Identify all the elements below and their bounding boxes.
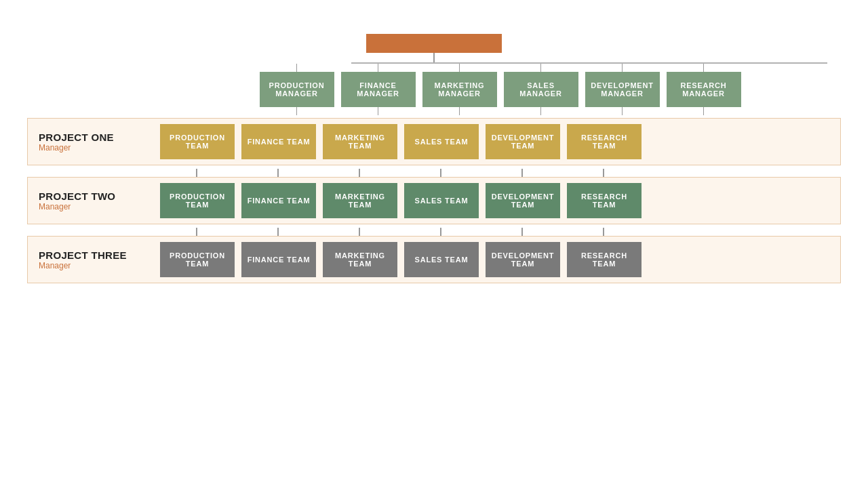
v-proj-4 xyxy=(504,107,578,115)
project-manager-label-1: Manager xyxy=(39,202,71,211)
projects-section: PROJECT ONEManagerPRODUCTION TEAMFINANCE… xyxy=(27,118,841,287)
team-cells-1: PRODUCTION TEAMFINANCE TEAMMARKETING TEA… xyxy=(160,178,840,224)
project-name-1: PROJECT TWO xyxy=(39,190,115,202)
team-box-2-0: PRODUCTION TEAM xyxy=(160,242,235,277)
inter-proj-conn-0 xyxy=(27,169,841,177)
team-box-2-4: DEVELOPMENT TEAM xyxy=(486,242,560,277)
chart-area: PRODUCTION MANAGERFINANCE MANAGERMARKETI… xyxy=(27,34,841,474)
v-conn-5 xyxy=(585,64,660,72)
team-cells-2: PRODUCTION TEAMFINANCE TEAMMARKETING TEA… xyxy=(160,237,840,283)
project-row-1: PROJECT TWOManagerPRODUCTION TEAMFINANCE… xyxy=(27,177,841,224)
project-manager-label-0: Manager xyxy=(39,143,71,152)
team-box-2-3: SALES TEAM xyxy=(404,242,479,277)
header xyxy=(27,20,841,22)
team-box-1-1: FINANCE TEAM xyxy=(241,183,316,218)
team-box-2-5: RESEARCH TEAM xyxy=(567,242,642,277)
v-conn-2 xyxy=(341,64,416,72)
manager-box-3: SALES MANAGER xyxy=(504,72,578,107)
manager-box-5: RESEARCH MANAGER xyxy=(667,72,741,107)
team-box-1-0: PRODUCTION TEAM xyxy=(160,183,235,218)
manager-box-0: PRODUCTION MANAGER xyxy=(260,72,334,107)
v-proj-3 xyxy=(422,107,497,115)
v-conn-3 xyxy=(422,64,497,72)
project-label-1: PROJECT TWOManager xyxy=(28,178,160,224)
team-box-2-1: FINANCE TEAM xyxy=(241,242,316,277)
team-box-0-4: DEVELOPMENT TEAM xyxy=(486,124,560,159)
team-box-2-2: MARKETING TEAM xyxy=(323,242,397,277)
project-name-0: PROJECT ONE xyxy=(39,131,114,143)
project-label-2: PROJECT THREEManager xyxy=(28,237,160,283)
project-row-0: PROJECT ONEManagerPRODUCTION TEAMFINANCE… xyxy=(27,118,841,165)
team-box-1-4: DEVELOPMENT TEAM xyxy=(486,183,560,218)
team-box-1-3: SALES TEAM xyxy=(404,183,479,218)
managers-row: PRODUCTION MANAGERFINANCE MANAGERMARKETI… xyxy=(127,72,741,107)
v-conn-1 xyxy=(260,64,334,72)
project-manager-label-2: Manager xyxy=(39,261,71,270)
team-cells-0: PRODUCTION TEAMFINANCE TEAMMARKETING TEA… xyxy=(160,119,840,165)
gm-row xyxy=(366,34,502,53)
project-row-2: PROJECT THREEManagerPRODUCTION TEAMFINAN… xyxy=(27,236,841,283)
team-box-1-2: MARKETING TEAM xyxy=(323,183,397,218)
manager-box-1: FINANCE MANAGER xyxy=(341,72,416,107)
team-box-0-0: PRODUCTION TEAM xyxy=(160,124,235,159)
team-box-0-2: MARKETING TEAM xyxy=(323,124,397,159)
manager-box-2: MARKETING MANAGER xyxy=(422,72,497,107)
team-box-0-5: RESEARCH TEAM xyxy=(567,124,642,159)
v-conn-6 xyxy=(667,64,741,72)
project-name-2: PROJECT THREE xyxy=(39,249,127,261)
general-manager-box xyxy=(366,34,502,53)
project-label-0: PROJECT ONEManager xyxy=(28,119,160,165)
manager-box-4: DEVELOPMENT MANAGER xyxy=(585,72,660,107)
v-proj-1 xyxy=(260,107,334,115)
team-box-0-3: SALES TEAM xyxy=(404,124,479,159)
page: PRODUCTION MANAGERFINANCE MANAGERMARKETI… xyxy=(0,0,868,488)
team-box-1-5: RESEARCH TEAM xyxy=(567,183,642,218)
v-proj-6 xyxy=(667,107,741,115)
v-proj-2 xyxy=(341,107,416,115)
v-proj-5 xyxy=(585,107,660,115)
team-box-0-1: FINANCE TEAM xyxy=(241,124,316,159)
inter-proj-conn-1 xyxy=(27,228,841,236)
v-conn-4 xyxy=(504,64,578,72)
